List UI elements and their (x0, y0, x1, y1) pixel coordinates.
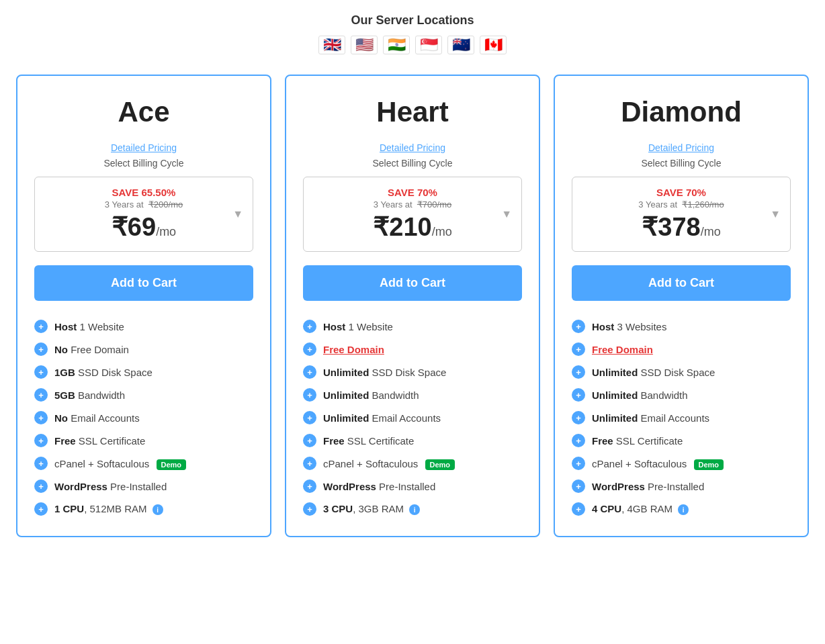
demo-badge[interactable]: Demo (157, 459, 187, 470)
feature-bold: 5GB (54, 389, 75, 401)
add-to-cart-button[interactable]: Add to Cart (572, 265, 791, 301)
feature-bold: 1GB (54, 367, 75, 378)
current-price: ₹210/mo (314, 212, 511, 242)
feature-check-icon: + (34, 320, 48, 333)
feature-check-icon: + (34, 457, 48, 470)
feature-text: 4 CPU, 4GB RAM i (592, 503, 689, 516)
detailed-pricing[interactable]: Detailed Pricing (303, 142, 522, 154)
billing-box[interactable]: SAVE 70% 3 Years at ₹1,260/mo ₹378/mo ▼ (572, 177, 791, 252)
add-to-cart-button[interactable]: Add to Cart (303, 265, 522, 301)
feature-bold: Unlimited (323, 367, 369, 378)
add-to-cart-button[interactable]: Add to Cart (34, 265, 253, 301)
free-domain-link[interactable]: Free Domain (323, 344, 384, 355)
original-price: 3 Years at ₹200/mo (46, 199, 242, 210)
detailed-pricing-link[interactable]: Detailed Pricing (648, 142, 714, 153)
detailed-pricing[interactable]: Detailed Pricing (572, 142, 791, 154)
feature-text: Unlimited Bandwidth (323, 389, 419, 401)
feature-check-icon: + (303, 479, 316, 493)
demo-badge[interactable]: Demo (425, 459, 455, 470)
feature-check-icon: + (34, 388, 48, 402)
feature-item: + Free Domain (572, 342, 791, 356)
per-mo: /mo (701, 225, 721, 238)
billing-box[interactable]: SAVE 70% 3 Years at ₹700/mo ₹210/mo ▼ (303, 177, 522, 252)
chevron-down-icon[interactable]: ▼ (770, 208, 781, 220)
feature-check-icon: + (303, 342, 316, 356)
feature-text: 5GB Bandwidth (54, 389, 125, 401)
feature-item: + No Email Accounts (34, 411, 253, 424)
feature-bold: WordPress (323, 481, 376, 492)
features-list: + Host 1 Website + No Free Domain + 1GB … (34, 320, 253, 516)
flag-icon: 🇨🇦 (480, 36, 507, 54)
free-domain-link[interactable]: Free Domain (592, 344, 653, 355)
feature-text: Unlimited Email Accounts (592, 412, 709, 424)
feature-check-icon: + (34, 479, 48, 493)
flag-icon: 🇺🇸 (351, 36, 378, 54)
plan-card-heart: Heart Detailed Pricing Select Billing Cy… (285, 75, 540, 537)
feature-bold: No (54, 412, 68, 424)
per-mo: /mo (432, 225, 452, 238)
feature-text: Host 3 Websites (592, 321, 666, 332)
plan-name: Diamond (572, 96, 791, 128)
feature-text: Unlimited Email Accounts (323, 412, 441, 424)
info-icon[interactable]: i (153, 504, 163, 515)
strikethrough-price: ₹700/mo (417, 199, 451, 210)
feature-check-icon: + (303, 365, 316, 379)
chevron-down-icon[interactable]: ▼ (501, 208, 512, 220)
billing-box[interactable]: SAVE 65.50% 3 Years at ₹200/mo ₹69/mo ▼ (34, 177, 253, 252)
feature-item: + Unlimited Bandwidth (572, 388, 791, 402)
detailed-pricing-link[interactable]: Detailed Pricing (111, 142, 177, 153)
feature-bold: Unlimited (323, 389, 369, 401)
feature-bold: No (54, 344, 68, 355)
feature-item: + Unlimited SSD Disk Space (303, 365, 522, 379)
original-price: 3 Years at ₹1,260/mo (583, 199, 779, 210)
info-icon[interactable]: i (409, 504, 420, 515)
feature-text: No Email Accounts (54, 412, 140, 424)
feature-text: WordPress Pre-Installed (54, 481, 167, 492)
feature-text: cPanel + Softaculous Demo (592, 458, 724, 469)
feature-text: No Free Domain (54, 344, 129, 355)
feature-check-icon: + (303, 320, 316, 333)
feature-bold: Host (323, 321, 345, 332)
demo-badge[interactable]: Demo (694, 459, 724, 470)
feature-item: + WordPress Pre-Installed (572, 479, 791, 493)
flag-icon: 🇳🇿 (447, 36, 474, 54)
feature-item: + Free SSL Certificate (34, 434, 253, 447)
current-price: ₹69/mo (46, 212, 242, 242)
feature-bold: Unlimited (323, 412, 369, 424)
feature-check-icon: + (34, 502, 48, 516)
save-badge: SAVE 65.50% (46, 187, 242, 198)
feature-item: + cPanel + Softaculous Demo (34, 457, 253, 470)
info-icon[interactable]: i (678, 504, 689, 515)
feature-bold: 1 CPU (54, 503, 84, 514)
feature-item: + Free SSL Certificate (303, 434, 522, 447)
feature-item: + 1 CPU, 512MB RAM i (34, 502, 253, 516)
feature-item: + Unlimited Email Accounts (572, 411, 791, 424)
feature-text: Host 1 Website (323, 321, 393, 332)
plan-card-diamond: Diamond Detailed Pricing Select Billing … (554, 75, 809, 537)
save-badge: SAVE 70% (314, 187, 511, 198)
detailed-pricing-link[interactable]: Detailed Pricing (380, 142, 445, 153)
feature-bold: 3 CPU (323, 503, 353, 514)
feature-item: + Unlimited Bandwidth (303, 388, 522, 402)
flag-icon: 🇬🇧 (318, 36, 345, 54)
feature-check-icon: + (303, 388, 316, 402)
feature-bold: WordPress (54, 481, 107, 492)
detailed-pricing[interactable]: Detailed Pricing (34, 142, 253, 154)
chevron-down-icon[interactable]: ▼ (232, 208, 243, 220)
feature-item: + WordPress Pre-Installed (34, 479, 253, 493)
flag-icon: 🇸🇬 (415, 36, 442, 54)
original-price: 3 Years at ₹700/mo (314, 199, 511, 210)
feature-bold: Unlimited (592, 367, 638, 378)
select-billing-label: Select Billing Cycle (572, 158, 791, 169)
feature-bold: Free (323, 435, 345, 447)
feature-text: Unlimited Bandwidth (592, 389, 688, 401)
feature-text: Free Domain (323, 344, 384, 355)
feature-check-icon: + (34, 365, 48, 379)
feature-item: + 1GB SSD Disk Space (34, 365, 253, 379)
feature-item: + Free SSL Certificate (572, 434, 791, 447)
feature-check-icon: + (572, 457, 585, 470)
feature-item: + Unlimited SSD Disk Space (572, 365, 791, 379)
feature-text: Free SSL Certificate (323, 435, 414, 447)
per-mo: /mo (156, 225, 176, 238)
feature-bold: Unlimited (592, 389, 638, 401)
